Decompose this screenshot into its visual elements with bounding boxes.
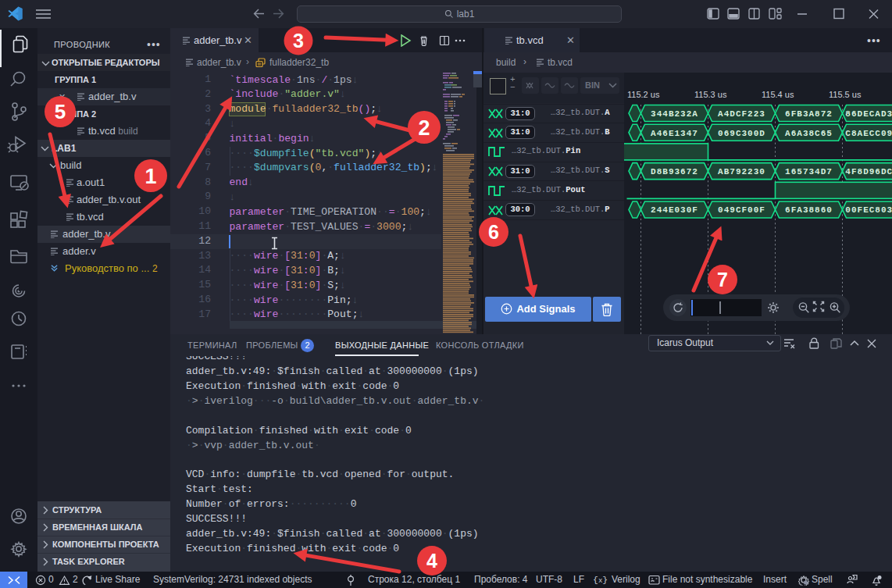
svg-text:A46E1347: A46E1347: [651, 129, 698, 138]
svg-text:244E030F: 244E030F: [651, 205, 698, 215]
svg-text:D8B93672: D8B93672: [651, 167, 698, 176]
svg-text:A4DCF223: A4DCF223: [718, 109, 765, 119]
svg-text:A6A38C65: A6A38C65: [785, 129, 833, 138]
svg-text:86DECAD3: 86DECAD3: [845, 109, 892, 119]
svg-text:AB792230: AB792230: [718, 167, 765, 176]
svg-text:165734D7: 165734D7: [785, 167, 833, 176]
svg-text:4F8D96DC: 4F8D96DC: [845, 167, 892, 176]
svg-text:344B232A: 344B232A: [651, 109, 698, 119]
svg-text:C8AECC09: C8AECC09: [845, 129, 892, 138]
svg-text:6FA38860: 6FA38860: [785, 205, 833, 215]
svg-text:00FEC803: 00FEC803: [845, 205, 892, 215]
svg-text:049CF00F: 049CF00F: [718, 205, 765, 215]
svg-text:069C300D: 069C300D: [718, 129, 765, 138]
svg-text:6FB3A872: 6FB3A872: [785, 109, 833, 119]
